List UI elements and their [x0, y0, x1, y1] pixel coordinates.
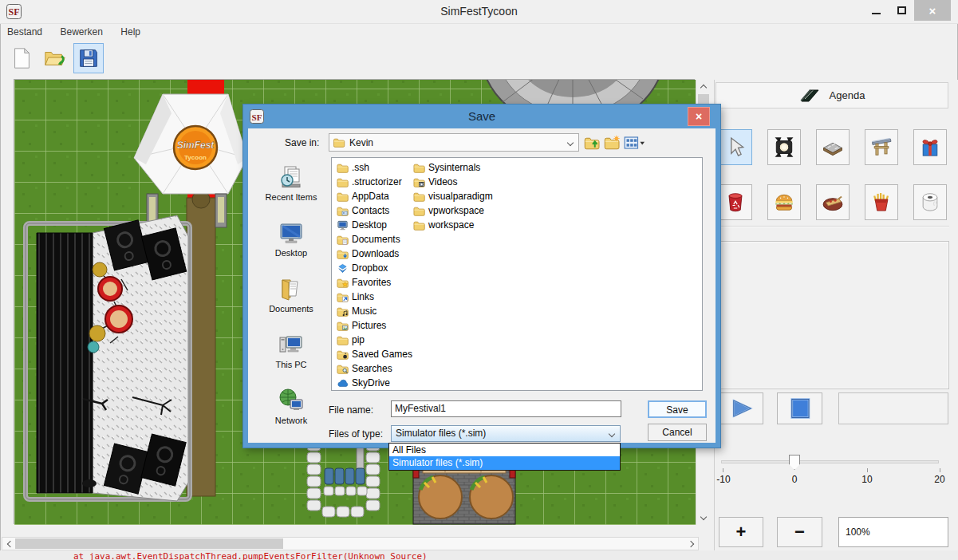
place-documents[interactable]: Documents — [256, 275, 326, 314]
stop-button[interactable] — [777, 392, 822, 424]
save-in-combobox[interactable]: Kevin — [329, 133, 579, 152]
place-desktop[interactable]: Desktop — [256, 219, 326, 258]
file-label: .structorizer — [352, 176, 402, 187]
file-item[interactable]: workspace — [413, 218, 493, 232]
network-icon — [278, 387, 305, 414]
create-new-folder-button[interactable] — [603, 135, 621, 151]
maximize-button[interactable] — [889, 0, 913, 21]
file-item[interactable]: Contacts — [337, 203, 412, 218]
horizontal-scroll-thumb[interactable] — [15, 538, 283, 549]
horizontal-scrollbar[interactable] — [2, 537, 699, 550]
tool-trash-can[interactable] — [719, 184, 752, 220]
pictures-folder-icon — [337, 320, 349, 332]
file-item[interactable]: Favorites — [337, 275, 412, 290]
tool-burger[interactable] — [767, 184, 801, 220]
music-folder-icon — [337, 306, 349, 317]
dropdown-option-simulator-files[interactable]: Simulator files (*.sim) — [389, 456, 620, 470]
tool-fries[interactable] — [865, 184, 898, 220]
file-type-dropdown: All Files Simulator files (*.sim) — [388, 443, 621, 471]
close-button[interactable]: × — [914, 0, 951, 21]
place-this-pc[interactable]: This PC — [256, 331, 326, 369]
tool-spotlight[interactable] — [767, 129, 801, 165]
new-folder-icon — [603, 135, 621, 151]
file-item[interactable]: Sysinternals — [413, 160, 493, 175]
file-item[interactable]: Videos — [413, 175, 493, 189]
file-item[interactable]: Dropbox — [337, 261, 412, 275]
dropbox-icon — [337, 262, 349, 274]
saved-games-folder-icon — [337, 349, 349, 361]
speed-slider-thumb[interactable] — [789, 455, 800, 470]
speed-slider-track[interactable] — [721, 460, 939, 463]
tool-entrance-gate[interactable] — [865, 129, 898, 165]
file-item[interactable]: Downloads — [337, 246, 412, 261]
up-one-level-button[interactable] — [584, 135, 600, 151]
new-file-button[interactable] — [6, 43, 37, 73]
menu-bar: Bestand Bewerken Help — [0, 23, 958, 40]
save-button[interactable]: Save — [648, 400, 707, 418]
tool-road-tile[interactable] — [816, 129, 850, 165]
contacts-folder-icon — [337, 205, 349, 217]
file-item[interactable]: AppData — [337, 189, 412, 203]
folder-icon — [413, 205, 425, 217]
scroll-down-button[interactable] — [696, 511, 711, 525]
file-item[interactable]: pip — [337, 333, 412, 347]
open-file-button[interactable] — [40, 43, 70, 73]
dropdown-option-all-files[interactable]: All Files — [389, 444, 620, 456]
place-recent-items[interactable]: Recent Items — [256, 164, 326, 202]
desktop-icon — [278, 219, 305, 246]
file-label: Contacts — [352, 205, 389, 216]
scroll-right-button[interactable] — [685, 538, 698, 550]
dialog-title-bar[interactable]: SF Save × — [243, 105, 720, 128]
file-item[interactable]: Pictures — [337, 318, 412, 333]
tool-pizza[interactable] — [816, 184, 850, 220]
file-list[interactable]: .ssh .structorizer AppData Contacts Desk… — [331, 157, 703, 391]
file-item[interactable]: .structorizer — [337, 175, 412, 189]
file-item[interactable]: .ssh — [337, 160, 412, 175]
file-item[interactable]: Music — [337, 304, 412, 318]
tool-gift[interactable] — [913, 129, 947, 165]
panel-divider — [716, 226, 949, 227]
videos-folder-icon — [413, 176, 425, 188]
save-floppy-icon — [77, 46, 101, 70]
file-label: Favorites — [352, 277, 391, 288]
file-item[interactable]: Documents — [337, 232, 412, 246]
file-item[interactable]: Saved Games — [337, 347, 412, 361]
play-button[interactable] — [719, 392, 763, 424]
file-item[interactable]: Searches — [337, 361, 412, 376]
tool-toilet-paper[interactable] — [913, 184, 947, 220]
tool-cursor[interactable] — [719, 129, 752, 165]
view-menu-button[interactable] — [624, 135, 646, 151]
menu-bewerken[interactable]: Bewerken — [53, 24, 110, 37]
stop-icon — [786, 396, 814, 420]
file-label: Sysinternals — [428, 162, 480, 173]
svg-text:SimFest: SimFest — [177, 140, 215, 151]
save-dialog: SF Save × Save in: Kevin Recent Items De… — [243, 105, 720, 448]
scroll-up-button[interactable] — [696, 80, 711, 93]
save-button-label: Save — [666, 404, 688, 416]
slider-label-20: 20 — [934, 474, 944, 485]
playback-status-box — [838, 392, 948, 424]
scroll-left-button[interactable] — [2, 538, 15, 550]
menu-bestand[interactable]: Bestand — [0, 24, 49, 37]
agenda-button[interactable]: Agenda — [716, 82, 948, 108]
cancel-button[interactable]: Cancel — [648, 424, 707, 441]
file-item[interactable]: Links — [337, 290, 412, 304]
file-name-input[interactable]: MyFestival1 — [391, 400, 621, 417]
files-of-type-value: Simulator files (*.sim) — [396, 428, 486, 439]
menu-help[interactable]: Help — [113, 24, 148, 37]
file-label: Desktop — [352, 219, 387, 231]
minimize-button[interactable] — [864, 0, 888, 21]
file-item[interactable]: SkyDrive — [337, 376, 412, 390]
agenda-label: Agenda — [830, 89, 865, 101]
files-of-type-combobox[interactable]: Simulator files (*.sim) — [391, 425, 621, 442]
file-list-column-1: .ssh .structorizer AppData Contacts Desk… — [337, 160, 412, 390]
save-file-button[interactable] — [73, 43, 104, 73]
place-network[interactable]: Network — [256, 387, 326, 425]
zoom-in-button[interactable]: + — [719, 517, 763, 547]
file-item[interactable]: visualparadigm — [413, 189, 493, 203]
zoom-out-button[interactable]: − — [777, 517, 822, 547]
file-item[interactable]: vpworkspace — [413, 203, 493, 218]
place-label: This PC — [256, 360, 326, 369]
dialog-close-button[interactable]: × — [688, 107, 710, 126]
file-item[interactable]: Desktop — [337, 218, 412, 232]
